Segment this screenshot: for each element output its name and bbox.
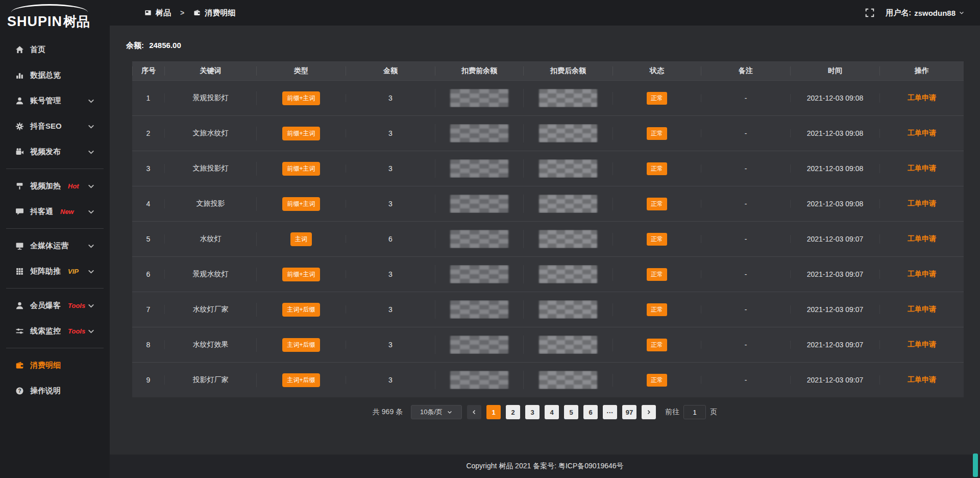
- type-badge: 主词: [290, 232, 312, 246]
- cell-amount: 3: [346, 164, 435, 173]
- cell-action: 工单申请: [879, 305, 964, 314]
- cell-balance-before: [435, 89, 523, 107]
- sidebar-item-video-publish[interactable]: 视频发布: [0, 139, 110, 164]
- page-button[interactable]: 6: [583, 405, 598, 419]
- breadcrumb-root[interactable]: 树品: [156, 8, 171, 18]
- header-remark: 备注: [701, 66, 790, 76]
- cell-type: 主词+后缀: [256, 373, 346, 387]
- logo-arc-decoration: [11, 4, 88, 12]
- page-button[interactable]: 4: [545, 405, 559, 419]
- cell-status: 正常: [612, 198, 701, 210]
- cell-time: 2021-12-03 09:07: [790, 305, 879, 314]
- masked-value: [450, 265, 508, 283]
- cell-remark: -: [701, 164, 790, 173]
- cell-type: 主词+后缀: [256, 338, 346, 352]
- logo-text: SHUPIN: [7, 14, 62, 30]
- svg-text:?: ?: [18, 388, 21, 393]
- page-button[interactable]: 2: [506, 405, 520, 419]
- corner-widget-bar[interactable]: [973, 453, 978, 477]
- cell-balance-before: [435, 124, 523, 142]
- cell-time: 2021-12-03 09:08: [790, 164, 879, 173]
- question-circle-icon: ?: [15, 387, 24, 395]
- work-order-link[interactable]: 工单申请: [908, 340, 936, 348]
- cell-time: 2021-12-03 09:08: [790, 129, 879, 137]
- status-badge: 正常: [647, 127, 667, 140]
- sidebar-item-home[interactable]: 首页: [0, 37, 110, 62]
- chevron-down-icon: [87, 207, 95, 216]
- status-badge: 正常: [647, 233, 667, 246]
- screen-icon: [144, 9, 152, 16]
- sidebar-item-account-management[interactable]: 账号管理: [0, 88, 110, 113]
- page-button[interactable]: 1: [486, 405, 501, 419]
- user-menu[interactable]: 用户名: zswodun88: [886, 8, 965, 18]
- cell-time: 2021-12-03 09:07: [790, 341, 879, 349]
- cell-amount: 3: [346, 305, 435, 314]
- home-icon: [15, 45, 24, 54]
- breadcrumb-current[interactable]: 消费明细: [205, 8, 235, 18]
- page-button[interactable]: 5: [564, 405, 578, 419]
- gear-icon: [15, 122, 24, 131]
- work-order-link[interactable]: 工单申请: [908, 375, 936, 384]
- cell-remark: -: [701, 94, 790, 102]
- cell-status: 正常: [612, 92, 701, 105]
- chat-icon: [15, 207, 24, 216]
- video-icon: [15, 148, 24, 156]
- cell-status: 正常: [612, 303, 701, 316]
- cell-action: 工单申请: [879, 93, 964, 103]
- work-order-link[interactable]: 工单申请: [908, 270, 936, 278]
- prev-page-button[interactable]: [467, 405, 481, 419]
- username-label: 用户名:: [886, 8, 911, 18]
- page-size-select[interactable]: 10条/页: [411, 405, 462, 419]
- next-page-button[interactable]: [642, 405, 656, 419]
- work-order-link[interactable]: 工单申请: [908, 199, 936, 207]
- goto-page-input[interactable]: [683, 405, 706, 419]
- cell-action: 工单申请: [879, 340, 964, 349]
- work-order-link[interactable]: 工单申请: [908, 234, 936, 243]
- last-page-button[interactable]: 97: [622, 405, 636, 419]
- type-badge: 主词+后缀: [282, 338, 320, 352]
- page-button[interactable]: 3: [525, 405, 540, 419]
- cell-type: 前缀+主词: [256, 162, 346, 176]
- table-row: 6 景观水纹灯 前缀+主词 3 正常 - 2021-12-03 09:07 工单…: [132, 256, 964, 292]
- sidebar-item-video-heat[interactable]: 视频加热 Hot: [0, 173, 110, 199]
- cell-seq: 4: [132, 200, 164, 208]
- chevron-down-icon: [87, 242, 95, 250]
- cell-status: 正常: [612, 127, 701, 140]
- cell-time: 2021-12-03 09:07: [790, 270, 879, 278]
- masked-value: [539, 124, 597, 142]
- sidebar-item-data-overview[interactable]: 数据总览: [0, 62, 110, 88]
- cell-status: 正常: [612, 374, 701, 387]
- sidebar-item-douketong[interactable]: 抖客通 New: [0, 199, 110, 224]
- sidebar-item-consumption-detail[interactable]: 消费明细: [0, 352, 110, 378]
- pagination: 共 969 条 10条/页 1 2 3 4 5 6 ··· 97 前往 页: [110, 405, 980, 419]
- cell-amount: 3: [346, 341, 435, 349]
- sidebar-item-matrix-boost[interactable]: 矩阵助推 VIP: [0, 258, 110, 284]
- sidebar-item-instructions[interactable]: ? 操作说明: [0, 378, 110, 403]
- table-row: 4 文旅投影 前缀+主词 3 正常 - 2021-12-03 09:08 工单申…: [132, 186, 964, 221]
- topbar-right: 用户名: zswodun88: [865, 8, 965, 18]
- masked-value: [539, 336, 597, 354]
- cell-type: 主词+后缀: [256, 303, 346, 317]
- work-order-link[interactable]: 工单申请: [908, 164, 936, 172]
- more-pages-button[interactable]: ···: [603, 405, 617, 419]
- table-row: 7 水纹灯厂家 主词+后缀 3 正常 - 2021-12-03 09:07 工单…: [132, 292, 964, 327]
- masked-value: [450, 371, 508, 389]
- sidebar-item-all-media[interactable]: 全媒体运营: [0, 233, 110, 258]
- cell-keyword: 水纹灯厂家: [164, 305, 256, 314]
- chevron-right-icon: [646, 409, 652, 415]
- work-order-link[interactable]: 工单申请: [908, 93, 936, 102]
- sidebar-item-member-baoke[interactable]: 会员爆客 Tools: [0, 293, 110, 318]
- total-count: 共 969 条: [373, 408, 403, 417]
- fullscreen-icon[interactable]: [865, 8, 874, 17]
- cell-action: 工单申请: [879, 164, 964, 173]
- work-order-link[interactable]: 工单申请: [908, 129, 936, 137]
- balance: 余额: 24856.00: [126, 41, 980, 51]
- work-order-link[interactable]: 工单申请: [908, 305, 936, 313]
- masked-value: [450, 336, 508, 354]
- sidebar-item-lead-monitor[interactable]: 线索监控 Tools: [0, 318, 110, 344]
- sidebar-item-douyin-seo[interactable]: 抖音SEO: [0, 113, 110, 139]
- hot-tag: Hot: [68, 182, 79, 190]
- header-balance-after: 扣费后余额: [523, 66, 612, 76]
- cell-seq: 7: [132, 305, 164, 314]
- grid-icon: [15, 267, 24, 276]
